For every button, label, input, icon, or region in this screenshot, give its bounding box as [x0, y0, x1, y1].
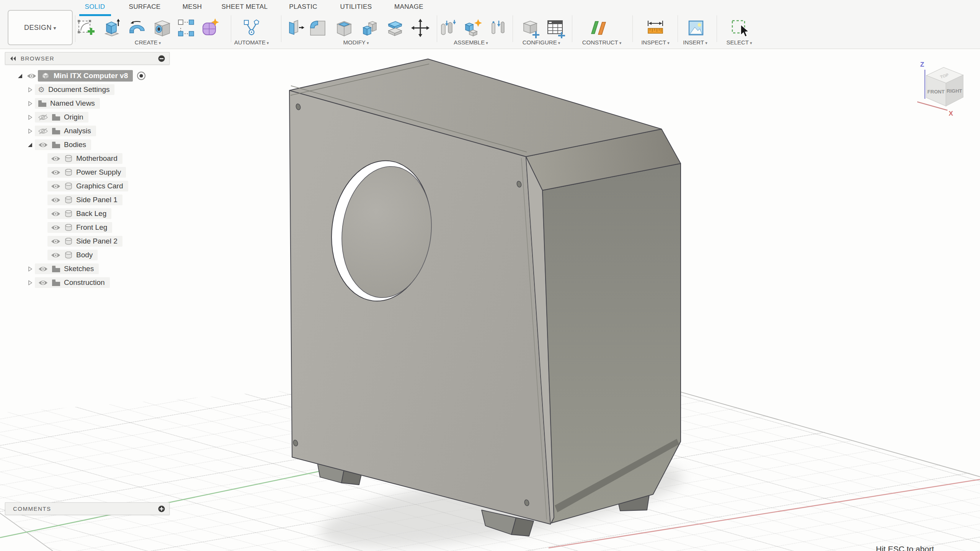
visibility-eye-icon[interactable] — [51, 155, 61, 162]
rectangular-pattern-button[interactable] — [176, 18, 197, 38]
tab-solid[interactable]: SOLID — [85, 3, 105, 11]
tree-item-label: Back Leg — [76, 209, 106, 218]
root-component-label: Mini ITX Computer v8 — [54, 72, 128, 80]
create-form-button[interactable] — [199, 18, 220, 38]
tree-item-label: Origin — [64, 113, 83, 121]
visibility-hidden-eye-icon[interactable] — [38, 114, 48, 121]
visibility-eye-icon[interactable] — [51, 169, 61, 176]
viewcube-front-label[interactable]: FRONT — [928, 89, 945, 95]
tree-row-side-panel-1[interactable]: Side Panel 1 — [5, 193, 170, 207]
group-label-select[interactable]: SELECT — [727, 39, 752, 46]
tree-row-motherboard[interactable]: Motherboard — [5, 152, 170, 165]
add-comment-icon[interactable] — [158, 505, 165, 513]
tree-item-label: Named Views — [50, 99, 95, 108]
create-sketch-button[interactable] — [76, 18, 97, 38]
caret-collapsed-icon[interactable] — [25, 114, 35, 121]
visibility-eye-icon[interactable] — [38, 142, 48, 148]
tree-row-power-supply[interactable]: Power Supply — [5, 165, 170, 179]
automate-button[interactable] — [241, 18, 262, 38]
visibility-hidden-eye-icon[interactable] — [38, 128, 48, 134]
combine-button[interactable] — [359, 18, 380, 38]
tree-row-graphics-card[interactable]: Graphics Card — [5, 179, 170, 193]
body-icon — [64, 154, 73, 163]
tab-surface[interactable]: SURFACE — [129, 3, 160, 11]
tree-row-front-leg[interactable]: Front Leg — [5, 221, 170, 234]
component-cube-icon — [41, 71, 50, 80]
tree-row-sketches[interactable]: Sketches — [5, 262, 170, 276]
root-component-pill[interactable]: Mini ITX Computer v8 — [38, 70, 133, 82]
tree-item-label: Side Panel 1 — [76, 196, 118, 204]
fillet-button[interactable] — [307, 18, 328, 38]
group-label-assemble[interactable]: ASSEMBLE — [454, 39, 488, 46]
caret-expanded-icon[interactable] — [15, 73, 25, 79]
tree-row-root-component[interactable]: Mini ITX Computer v8 — [5, 69, 170, 83]
tree-row-bodies[interactable]: Bodies — [5, 138, 170, 152]
workspace-selector-button[interactable]: DESIGN — [8, 10, 73, 45]
shell-button[interactable] — [334, 18, 354, 38]
visibility-eye-icon[interactable] — [51, 211, 61, 217]
visibility-eye-icon[interactable] — [51, 183, 61, 190]
caret-collapsed-icon[interactable] — [25, 87, 35, 93]
mini-itx-case[interactable] — [289, 59, 681, 524]
visibility-eye-icon[interactable] — [51, 224, 61, 231]
component-activate-radio[interactable] — [136, 71, 146, 81]
tree-row-named-views[interactable]: Named Views — [5, 96, 170, 110]
caret-collapsed-icon[interactable] — [25, 280, 35, 286]
measure-button[interactable] — [645, 18, 666, 38]
visibility-eye-icon[interactable] — [51, 252, 61, 258]
revolve-button[interactable] — [127, 18, 147, 38]
group-label-configure[interactable]: CONFIGURE — [523, 39, 560, 46]
tree-row-origin[interactable]: Origin — [5, 110, 170, 124]
panel-minimize-icon[interactable] — [158, 55, 165, 62]
configuration-button[interactable] — [520, 18, 541, 38]
tree-row-construction[interactable]: Construction — [5, 276, 170, 289]
offset-face-button[interactable] — [384, 18, 405, 38]
tab-utilities[interactable]: UTILITIES — [340, 3, 372, 11]
joint-origin-button[interactable] — [488, 18, 509, 38]
insert-canvas-button[interactable] — [686, 18, 706, 38]
tree-row-back-leg[interactable]: Back Leg — [5, 207, 170, 221]
tab-mesh[interactable]: MESH — [183, 3, 202, 11]
visibility-eye-icon[interactable] — [25, 73, 38, 79]
group-label-inspect[interactable]: INSPECT — [641, 39, 670, 46]
folder-icon — [38, 100, 47, 107]
configuration-table-button[interactable] — [545, 18, 566, 38]
toolbar-separator — [717, 15, 717, 42]
visibility-eye-icon[interactable] — [38, 280, 48, 286]
comments-header[interactable]: COMMENTS — [5, 502, 170, 515]
new-component-button[interactable] — [463, 18, 483, 38]
visibility-eye-icon[interactable] — [38, 266, 48, 272]
group-label-create[interactable]: CREATE — [135, 39, 161, 46]
tree-row-side-panel-2[interactable]: Side Panel 2 — [5, 234, 170, 248]
joint-button[interactable] — [438, 18, 459, 38]
body-icon — [64, 237, 73, 245]
group-label-construct[interactable]: CONSTRUCT — [582, 39, 622, 46]
tree-row-body[interactable]: Body — [5, 248, 170, 262]
caret-expanded-icon[interactable] — [25, 142, 35, 148]
tree-row-analysis[interactable]: Analysis — [5, 124, 170, 138]
tab-manage[interactable]: MANAGE — [394, 3, 423, 11]
caret-collapsed-icon[interactable] — [25, 100, 35, 107]
tab-sheet-metal[interactable]: SHEET METAL — [222, 3, 268, 11]
tab-plastic[interactable]: PLASTIC — [289, 3, 317, 11]
group-label-automate[interactable]: AUTOMATE — [234, 39, 269, 46]
visibility-eye-icon[interactable] — [51, 197, 61, 203]
caret-collapsed-icon[interactable] — [25, 128, 35, 134]
caret-collapsed-icon[interactable] — [25, 266, 35, 272]
collapse-panel-icon[interactable] — [9, 55, 17, 62]
group-label-modify[interactable]: MODIFY — [343, 39, 369, 46]
construct-plane-button[interactable] — [588, 18, 609, 38]
press-pull-button[interactable] — [284, 18, 305, 38]
viewcube[interactable]: TOP FRONT RIGHT Z X — [917, 54, 978, 119]
move-copy-button[interactable] — [410, 18, 431, 38]
extrude-button[interactable] — [101, 18, 122, 38]
hole-button[interactable] — [152, 18, 173, 38]
group-label-insert[interactable]: INSERT — [683, 39, 707, 46]
mouse-cursor — [740, 24, 753, 38]
side-panel-face[interactable] — [289, 90, 550, 524]
case-right-face[interactable] — [542, 164, 681, 523]
viewcube-right-label[interactable]: RIGHT — [947, 88, 962, 94]
tree-row-document-settings[interactable]: ⚙ Document Settings — [5, 83, 170, 96]
browser-header[interactable]: BROWSER — [5, 52, 170, 65]
visibility-eye-icon[interactable] — [51, 238, 61, 245]
